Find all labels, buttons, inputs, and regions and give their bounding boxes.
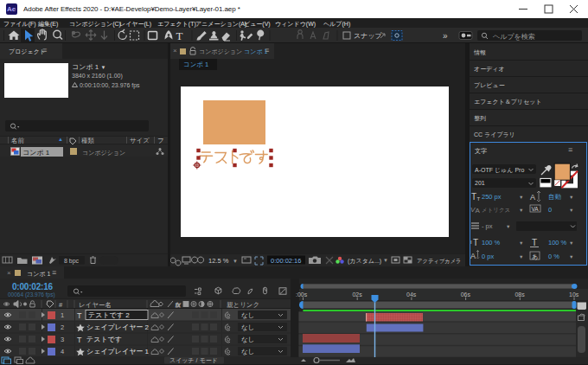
- svg-text:(カスタム...): (カスタム...): [348, 258, 381, 265]
- svg-text:なし: なし: [241, 336, 254, 343]
- svg-text:0 %: 0 %: [548, 253, 559, 260]
- svg-text:T: T: [532, 238, 537, 247]
- svg-text:なし: なし: [241, 311, 254, 319]
- svg-text:8 bpc: 8 bpc: [64, 258, 80, 265]
- svg-text:A: A: [470, 252, 476, 260]
- svg-text:VA: VA: [532, 206, 540, 212]
- svg-text:▼: ▼: [506, 224, 510, 229]
- svg-text:4: 4: [61, 348, 64, 355]
- svg-text:▼: ▼: [519, 240, 523, 246]
- svg-text:▼: ▼: [569, 254, 573, 259]
- svg-text:#: #: [59, 301, 63, 309]
- svg-text:T: T: [176, 29, 183, 42]
- svg-text:10s: 10s: [569, 291, 579, 298]
- svg-text:あ: あ: [532, 253, 538, 260]
- svg-text:▼: ▼: [233, 259, 238, 264]
- svg-text:0 px: 0 px: [482, 253, 494, 260]
- svg-text:250 px: 250 px: [482, 193, 502, 201]
- svg-text:シェイプレイヤー 2: シェイプレイヤー 2: [86, 323, 150, 331]
- svg-text:»: »: [443, 31, 448, 41]
- svg-text:レイヤー名: レイヤー名: [79, 301, 112, 309]
- svg-text:テストです 2: テストです 2: [88, 311, 130, 319]
- svg-text:▼: ▼: [383, 258, 388, 263]
- svg-text:▼: ▼: [519, 254, 523, 259]
- svg-text:自動: 自動: [548, 193, 562, 201]
- svg-text:I: I: [470, 240, 472, 245]
- svg-text:メトリクス: メトリクス: [482, 207, 510, 213]
- svg-text:0:00:02:16: 0:00:02:16: [271, 257, 301, 265]
- svg-text:- px: - px: [482, 222, 493, 230]
- svg-text:▼: ▼: [519, 208, 523, 213]
- svg-text::00s: :00s: [296, 291, 308, 298]
- svg-text:T: T: [77, 311, 82, 320]
- svg-text:なし: なし: [241, 348, 254, 355]
- svg-text:12.5 %: 12.5 %: [208, 257, 229, 265]
- svg-text:T: T: [471, 192, 476, 202]
- svg-text:04s: 04s: [406, 291, 417, 298]
- svg-text:100 %: 100 %: [548, 239, 567, 247]
- svg-text:T: T: [477, 196, 481, 202]
- svg-text:T: T: [77, 336, 82, 344]
- svg-text:1: 1: [61, 311, 64, 319]
- svg-text:100 %: 100 %: [482, 239, 501, 247]
- svg-text:08s: 08s: [514, 291, 525, 298]
- svg-text:アクティブカメラ: アクティブカメラ: [417, 258, 462, 265]
- svg-text:3: 3: [61, 336, 64, 343]
- svg-text:シェイプレイヤー 1: シェイプレイヤー 1: [86, 348, 150, 355]
- svg-text:▼: ▼: [519, 195, 523, 200]
- svg-text:▼: ▼: [569, 208, 573, 213]
- svg-text:テストです: テストです: [86, 336, 122, 343]
- svg-text:2: 2: [61, 323, 64, 331]
- svg-text:▼: ▼: [569, 195, 573, 200]
- svg-text:A: A: [476, 207, 481, 215]
- svg-text:0: 0: [548, 206, 552, 214]
- svg-text:06s: 06s: [461, 291, 471, 298]
- svg-text:02s: 02s: [352, 291, 362, 298]
- svg-text:T: T: [473, 238, 478, 247]
- svg-text:スナップ: スナップ: [354, 32, 383, 40]
- svg-text:親とリンク: 親とリンク: [227, 301, 259, 309]
- svg-text:スイッチ / モード: スイッチ / モード: [169, 357, 218, 363]
- svg-text:fx: fx: [176, 302, 181, 308]
- svg-text:なし: なし: [241, 323, 254, 331]
- svg-text:▼: ▼: [569, 240, 573, 246]
- svg-text:A: A: [530, 193, 535, 202]
